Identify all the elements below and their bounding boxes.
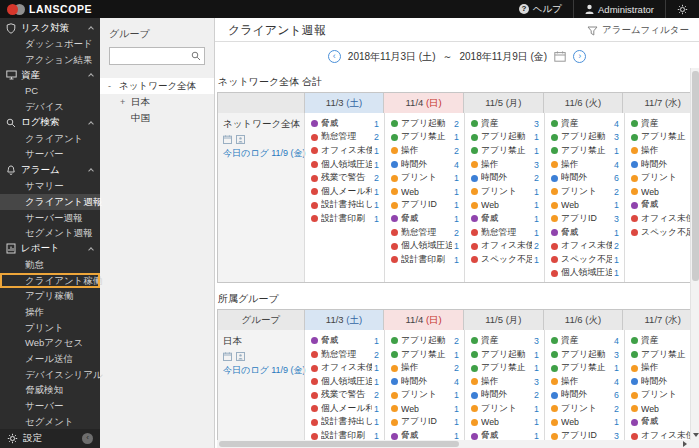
sidebar-item-summary[interactable]: サマリー: [0, 178, 100, 194]
alarm-entry[interactable]: 脅威1: [465, 212, 544, 226]
alarm-entry[interactable]: Web: [625, 402, 699, 416]
alarm-entry[interactable]: 時間外2: [465, 171, 544, 185]
alarm-entry[interactable]: 時間外2: [465, 389, 544, 403]
scroll-right-arrow[interactable]: [683, 441, 687, 447]
sidebar-section-log-search[interactable]: ログ検索: [0, 115, 100, 131]
alarm-entry[interactable]: アプリ禁止1: [385, 348, 464, 362]
alarm-entry[interactable]: 操作: [625, 144, 699, 158]
alarm-entry[interactable]: 脅威1: [385, 212, 464, 226]
prev-week-button[interactable]: ‹: [328, 50, 341, 63]
sidebar-item-operation[interactable]: 操作: [0, 304, 100, 320]
alarm-entry[interactable]: 時間外4: [385, 158, 464, 172]
alarm-entry[interactable]: プリント1: [465, 185, 544, 199]
alarm-entry[interactable]: 脅威1: [305, 334, 384, 348]
sidebar-item-threat-detection[interactable]: 脅威検知: [0, 382, 100, 398]
sidebar-item-client-operation[interactable]: クライアント稼働: [0, 273, 100, 289]
alarm-entry[interactable]: プリント: [625, 171, 699, 185]
alarm-entry[interactable]: Web1: [385, 402, 464, 416]
alarm-entry[interactable]: アプリID1: [385, 416, 464, 430]
collapse-sidebar-button[interactable]: ‹: [82, 433, 93, 444]
alarm-entry[interactable]: アプリ禁止: [625, 348, 699, 362]
alarm-entry[interactable]: 設計書印刷1: [385, 253, 464, 267]
calendar-small-icon[interactable]: [223, 135, 232, 144]
alarm-entry[interactable]: アプリ起動1: [465, 348, 544, 362]
user-menu-button[interactable]: Administrator: [574, 0, 665, 18]
alarm-entry[interactable]: オフィス未使用2: [545, 239, 624, 253]
alarm-entry[interactable]: アプリ起動3: [545, 131, 624, 145]
calendar-small-icon[interactable]: [223, 352, 232, 361]
tree-item-network-all[interactable]: -ネットワーク全体: [100, 78, 214, 94]
user-small-icon[interactable]: [236, 135, 245, 144]
sidebar-section-risk[interactable]: リスク対策: [0, 20, 100, 36]
alarm-entry[interactable]: アプリ禁止1: [465, 144, 544, 158]
sidebar-item-server-report[interactable]: サーバー: [0, 398, 100, 414]
alarm-entry[interactable]: 資産3: [465, 334, 544, 348]
tree-item-japan[interactable]: +日本: [100, 94, 214, 110]
sidebar-section-report[interactable]: レポート: [0, 241, 100, 257]
sidebar-item-dashboard[interactable]: ダッシュボード: [0, 36, 100, 52]
alarm-entry[interactable]: 勤怠管理1: [465, 226, 544, 240]
alarm-entry[interactable]: アプリID3: [545, 212, 624, 226]
alarm-entry[interactable]: 勤怠管理2: [305, 348, 384, 362]
scroll-down-arrow[interactable]: [693, 433, 699, 437]
alarm-entry[interactable]: 資産4: [545, 334, 624, 348]
alarm-entry[interactable]: 資産: [625, 117, 699, 131]
alarm-entry[interactable]: 勤怠管理2: [305, 131, 384, 145]
alarm-entry[interactable]: Web1: [385, 185, 464, 199]
alarm-entry[interactable]: 設計書持出し1: [305, 199, 384, 213]
sidebar-item-server[interactable]: サーバー: [0, 146, 100, 162]
sidebar-item-attendance[interactable]: 勤怠: [0, 257, 100, 273]
today-log-link[interactable]: 今日のログ 11/9 (金): [223, 147, 300, 160]
alarm-filter-button[interactable]: アラームフィルター: [587, 24, 689, 37]
alarm-entry[interactable]: アプリ起動1: [465, 131, 544, 145]
alarm-entry[interactable]: スペック不足: [625, 226, 699, 240]
sidebar-item-settings[interactable]: 設定 ‹: [0, 429, 100, 448]
alarm-entry[interactable]: 個人領域圧迫1: [385, 239, 464, 253]
sidebar-item-server-weekly-report[interactable]: サーバー週報: [0, 210, 100, 226]
next-week-button[interactable]: ›: [573, 50, 586, 63]
alarm-entry[interactable]: 個人領域圧迫1: [545, 267, 624, 281]
alarm-entry[interactable]: アプリ起動2: [385, 334, 464, 348]
alarm-entry[interactable]: アプリ禁止1: [465, 361, 544, 375]
alarm-entry[interactable]: アプリ禁止1: [545, 144, 624, 158]
alarm-entry[interactable]: 時間外: [625, 375, 699, 389]
alarm-entry[interactable]: 資産: [625, 334, 699, 348]
vertical-scrollbar-thumb[interactable]: [692, 71, 699, 281]
alarm-entry[interactable]: プリント1: [465, 402, 544, 416]
alarm-entry[interactable]: 操作4: [545, 158, 624, 172]
calendar-button[interactable]: [554, 51, 566, 62]
alarm-entry[interactable]: プリント1: [385, 171, 464, 185]
alarm-entry[interactable]: 操作: [625, 361, 699, 375]
alarm-entry[interactable]: オフィス未使用2: [465, 239, 544, 253]
sidebar-item-client[interactable]: クライアント: [0, 131, 100, 147]
alarm-entry[interactable]: 操作4: [545, 375, 624, 389]
sidebar-item-client-weekly-report[interactable]: クライアント週報: [0, 194, 100, 210]
alarm-entry[interactable]: オフィス未使用: [625, 212, 699, 226]
help-button[interactable]: ? ヘルプ: [508, 0, 573, 18]
alarm-entry[interactable]: アプリ禁止1: [545, 361, 624, 375]
sidebar-item-print[interactable]: プリント: [0, 320, 100, 336]
alarm-entry[interactable]: 個人領域圧迫1: [305, 375, 384, 389]
horizontal-scrollbar[interactable]: [217, 440, 690, 448]
alarm-entry[interactable]: 時間外6: [545, 389, 624, 403]
alarm-entry[interactable]: Web1: [545, 416, 624, 430]
sidebar-item-action-results[interactable]: アクション結果: [0, 52, 100, 68]
sidebar-item-devices[interactable]: デバイス: [0, 99, 100, 115]
alarm-entry[interactable]: オフィス未使用1: [305, 144, 384, 158]
alarm-entry[interactable]: Web1: [465, 199, 544, 213]
alarm-entry[interactable]: 残業で警告2: [305, 389, 384, 403]
alarm-entry[interactable]: Web1: [465, 416, 544, 430]
alarm-entry[interactable]: 脅威: [625, 416, 699, 430]
sidebar-item-device-serial[interactable]: デバイスシリアル: [0, 367, 100, 383]
today-log-link[interactable]: 今日のログ 11/9 (金): [223, 364, 300, 377]
horizontal-scrollbar-thumb[interactable]: [219, 441, 459, 447]
alarm-entry[interactable]: 設計書持出し1: [305, 416, 384, 430]
alarm-entry[interactable]: 個人メール利用1: [305, 402, 384, 416]
alarm-entry[interactable]: 脅威1: [305, 117, 384, 131]
alarm-entry[interactable]: 操作2: [385, 361, 464, 375]
topbar-gear-button[interactable]: [666, 0, 699, 18]
alarm-entry[interactable]: 操作2: [385, 144, 464, 158]
sidebar-item-app-operation[interactable]: アプリ稼働: [0, 288, 100, 304]
alarm-entry[interactable]: 資産3: [465, 117, 544, 131]
alarm-entry[interactable]: プリント1: [385, 389, 464, 403]
